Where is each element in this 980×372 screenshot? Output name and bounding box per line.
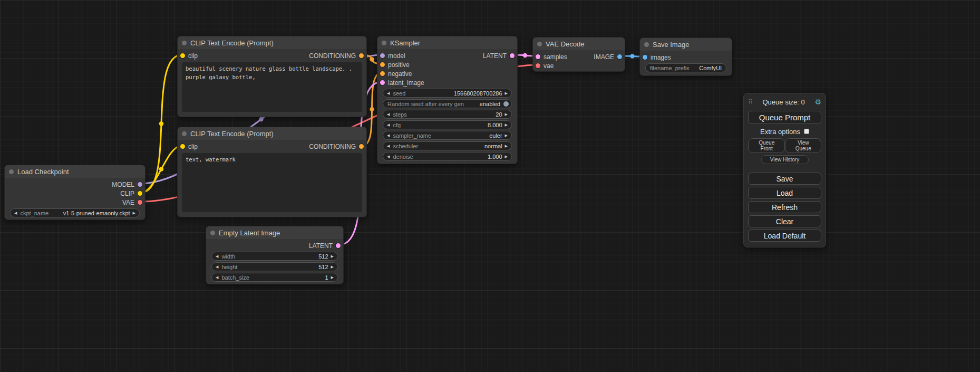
slot-row: latent_image [377,78,517,87]
slots-area: samplesIMAGEvae [533,52,625,70]
widget-seed[interactable]: ◀seed156680208700286▶ [383,89,512,98]
increment-arrow-icon[interactable]: ▶ [130,208,139,217]
output-slot-CONDITIONING[interactable] [359,53,364,58]
decrement-arrow-icon[interactable]: ◀ [383,141,393,150]
slots-area: modelLATENTpositivenegativelatent_image [377,51,517,87]
node-vae-decode[interactable]: VAE DecodesamplesIMAGEvae [532,37,625,72]
widget-value: normal [484,143,502,149]
increment-arrow-icon[interactable]: ▶ [328,273,337,282]
slot-in: positive [377,61,410,69]
extra-options-checkbox[interactable] [804,129,809,134]
queue-prompt-button[interactable]: Queue Prompt [748,111,821,124]
widget-cfg[interactable]: ◀cfg8.000▶ [383,120,512,129]
collapse-dot[interactable] [210,231,215,235]
input-slot-negative[interactable] [380,71,385,76]
decrement-arrow-icon[interactable]: ◀ [212,273,221,282]
widget-label: ckpt_name [20,210,48,216]
slot-out: MODEL [112,181,145,188]
input-slot-images[interactable] [643,55,647,60]
decrement-arrow-icon[interactable]: ◀ [383,89,393,98]
output-slot-MODEL[interactable] [138,182,142,187]
queue-front-button[interactable]: Queue Front [748,138,785,153]
slots-area: clipCONDITIONING [178,51,366,60]
save-button[interactable]: Save [748,173,821,185]
widget-label: seed [393,90,405,97]
increment-arrow-icon[interactable]: ▶ [502,120,511,129]
input-slot-vae[interactable] [536,63,540,68]
slot-in: clip [178,143,198,150]
slot-row: samplesIMAGE [533,52,625,61]
decrement-arrow-icon[interactable]: ◀ [383,152,393,161]
prompt-text[interactable]: beautiful scenery nature glass bottle la… [182,62,362,112]
collapse-dot[interactable] [644,42,649,47]
node-title-bar: KSampler [377,36,517,49]
output-slot-LATENT[interactable] [510,53,515,58]
widget-denoise[interactable]: ◀denoise1.000▶ [383,152,512,161]
node-clip-text-encode-positive[interactable]: CLIP Text Encode (Prompt)clipCONDITIONIN… [177,36,367,117]
increment-arrow-icon[interactable]: ▶ [502,110,511,119]
collapse-dot[interactable] [9,169,14,174]
view-queue-button[interactable]: View Queue [785,138,821,153]
prompt-text[interactable]: text, watermark [182,153,362,212]
extra-options-label: Extra options [760,128,800,136]
widget-random-seed-after-every-gen[interactable]: Random seed after every genenabled [383,99,512,108]
widget-sampler-name[interactable]: ◀sampler_nameeuler▶ [383,131,512,140]
collapse-dot[interactable] [182,41,187,45]
decrement-arrow-icon[interactable]: ◀ [383,131,393,140]
input-slot-model[interactable] [380,53,385,58]
collapse-dot[interactable] [182,131,187,136]
node-empty-latent-image[interactable]: Empty Latent ImageLATENT◀width512▶◀heigh… [206,226,344,284]
widget-filename-prefix[interactable]: filename_prefixComfyUI [645,63,726,72]
load-default-button[interactable]: Load Default [748,230,821,242]
drag-handle-icon[interactable]: ⠿ [748,98,753,106]
clear-button[interactable]: Clear [748,215,821,227]
input-slot-clip[interactable] [180,53,185,58]
increment-arrow-icon[interactable]: ▶ [502,152,511,161]
decrement-arrow-icon[interactable]: ◀ [212,252,221,261]
node-ksampler[interactable]: KSamplermodelLATENTpositivenegativelaten… [377,36,518,164]
widget-batch-size[interactable]: ◀batch_size1▶ [211,273,338,282]
output-slot-VAE[interactable] [138,200,142,205]
decrement-arrow-icon[interactable]: ◀ [383,110,393,119]
output-slot-CLIP[interactable] [138,191,142,196]
node-load-checkpoint[interactable]: Load CheckpointMODELCLIPVAE◀ckpt_namev1-… [4,165,145,220]
widget-steps[interactable]: ◀steps20▶ [383,110,512,119]
node-clip-text-encode-negative[interactable]: CLIP Text Encode (Prompt)clipCONDITIONIN… [177,127,367,217]
input-slot-samples[interactable] [536,54,540,59]
collapse-dot[interactable] [537,42,542,46]
slot-in: clip [178,52,198,60]
widget-height[interactable]: ◀height512▶ [211,262,338,271]
output-slot-label: IMAGE [594,53,614,61]
increment-arrow-icon[interactable]: ▶ [502,141,511,150]
increment-arrow-icon[interactable]: ▶ [328,262,337,271]
decrement-arrow-icon[interactable]: ◀ [11,208,20,217]
widget-ckpt-name[interactable]: ◀ckpt_namev1-5-pruned-emaonly.ckpt▶ [10,208,140,217]
increment-arrow-icon[interactable]: ▶ [502,89,511,98]
node-title-text: CLIP Text Encode (Prompt) [190,39,274,47]
node-title-bar: Save Image [640,38,732,51]
settings-gear-icon[interactable]: ⚙ [814,98,821,106]
widget-width[interactable]: ◀width512▶ [211,252,338,261]
increment-arrow-icon[interactable]: ▶ [328,252,337,261]
output-slot-LATENT[interactable] [336,243,341,248]
load-button[interactable]: Load [748,187,821,199]
input-slot-clip[interactable] [180,144,185,149]
comfyui-menu-panel: ⠿ Queue size: 0 ⚙ Queue Prompt Extra opt… [743,93,826,247]
collapse-dot[interactable] [382,41,386,45]
widget-scheduler[interactable]: ◀schedulernormal▶ [383,141,512,150]
increment-arrow-icon[interactable]: ▶ [502,131,511,140]
refresh-button[interactable]: Refresh [748,201,821,213]
decrement-arrow-icon[interactable]: ◀ [383,120,393,129]
decrement-arrow-icon[interactable]: ◀ [212,262,221,271]
output-slot-IMAGE[interactable] [617,54,622,59]
view-history-button[interactable]: View History [761,155,809,164]
output-slot-label: LATENT [483,52,507,60]
widget-value: euler [489,132,502,139]
slot-in: vae [533,62,554,70]
input-slot-latent_image[interactable] [380,80,385,85]
output-slot-CONDITIONING[interactable] [359,144,364,149]
node-title-text: CLIP Text Encode (Prompt) [190,130,274,138]
input-slot-positive[interactable] [380,62,385,67]
toggle-knob-icon[interactable] [503,101,509,107]
node-save-image[interactable]: Save Imageimagesfilename_prefixComfyUI [639,37,732,76]
